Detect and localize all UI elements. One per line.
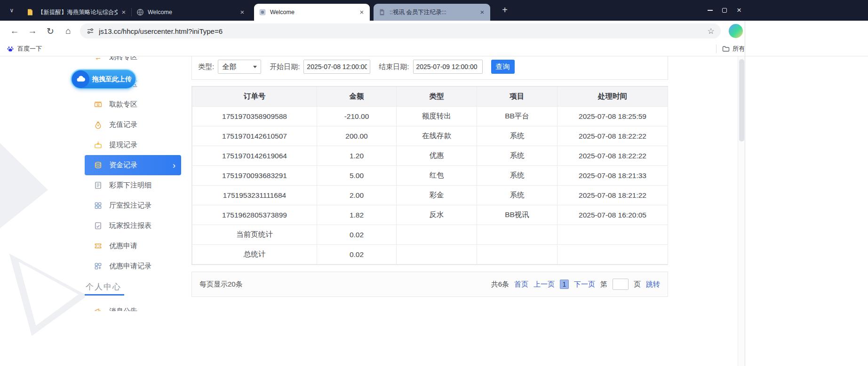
watermark-triangle [0,129,48,240]
sidebar-item-8[interactable]: 玩家投注报表 [85,216,181,236]
total-count-label: 共6条 [491,280,509,289]
query-button[interactable]: 查询 [491,60,515,74]
jump-page-input[interactable] [613,279,629,290]
moneybag-icon [94,121,102,129]
url-text: js13.cc/hhcp/usercenter.html?iniType=6 [99,27,704,35]
window-controls: × [701,0,748,21]
page-scrollbar[interactable] [738,56,745,366]
current-page-badge[interactable]: 1 [560,280,569,289]
end-date-label: 结束日期: [379,62,409,71]
browser-tab-1[interactable]: 【新提醒】海燕策略论坛综合交× [22,4,132,21]
withdraw-icon [94,141,102,149]
browser-toolbar: ← → ↻ ⌂ js13.cc/hhcp/usercenter.html?ini… [0,21,868,41]
ticket-icon [94,242,102,250]
forward-button[interactable]: → [24,23,41,39]
url-bar[interactable]: js13.cc/hhcp/usercenter.html?iniType=6 ☆ [80,23,721,39]
sidebar-item-label: 划转专区 [109,56,137,62]
window-edge [745,21,745,366]
table-cell: 200.00 [317,126,397,146]
web-page: 划转专区 存款专区取款专区充值记录提现记录资金记录›彩票下注明细厅室投注记录玩家… [0,56,868,366]
sidebar-item-label: 消息公告 [109,307,137,311]
maximize-button[interactable] [718,4,731,16]
table-cell: 当前页统计 [192,225,317,245]
sidebar-item-7[interactable]: 厅室投注记录 [85,195,181,216]
filter-panel: 类型: 全部 开始日期: 结束日期: 查询 [191,56,668,80]
sidebar-item-5[interactable]: 资金记录› [85,155,181,175]
yellow-doc-icon [26,8,34,16]
sidebar-menu: 划转专区 存款专区取款专区充值记录提现记录资金记录›彩票下注明细厅室投注记录玩家… [85,56,181,311]
start-date-input[interactable] [303,60,370,74]
sidebar-item-clipped-top[interactable]: 划转专区 [85,56,181,67]
home-icon: ⌂ [65,26,71,36]
table-cell: BB视讯 [477,205,557,225]
new-tab-button[interactable]: + [499,4,511,16]
prev-page-link[interactable]: 上一页 [534,280,555,289]
close-window-button[interactable]: × [733,4,745,16]
cloud-upload-icon [76,74,86,85]
fund-records-table: 订单号金额类型项目处理时间 1751970358909588-210.00额度转… [191,86,668,265]
tab-close-icon[interactable]: × [238,8,247,16]
bookmark-baidu[interactable]: 百度一下 [7,41,42,56]
reload-button[interactable]: ↻ [41,23,59,39]
back-button[interactable]: ← [6,23,24,39]
table-cell: 1751970093683291 [192,166,317,186]
table-cell: 红包 [397,166,477,186]
tab-title: 【新提醒】海燕策略论坛综合交 [38,8,118,16]
sidebar-item-label: 提现记录 [109,140,137,149]
tab-close-icon[interactable]: × [358,8,366,16]
reload-icon: ↻ [47,26,54,37]
megaphone-icon [94,307,102,311]
tab-close-icon[interactable]: × [478,8,486,16]
bookmarks-divider [716,45,717,53]
site-settings-icon[interactable] [87,27,94,35]
table-cell: 系统 [477,146,557,166]
bookmarks-bar: 百度一下 所有书签 [0,41,868,56]
browser-tab-3[interactable]: Welcome× [254,4,370,21]
sidebar-item-9[interactable]: 优惠申请 [85,236,181,256]
table-cell: 2025-07-08 16:20:05 [557,205,668,225]
table-cell: 1751953231111684 [192,186,317,205]
netdisk-drag-upload-badge[interactable]: 拖拽至此上传 [71,69,136,89]
home-button[interactable]: ⌂ [59,23,77,39]
section-underline [85,294,124,296]
end-date-input[interactable] [413,60,483,74]
sidebar-item-6[interactable]: 彩票下注明细 [85,175,181,195]
sidebar-item-4[interactable]: 提现记录 [85,135,181,155]
table-cell: 反水 [397,205,477,225]
profile-avatar[interactable] [729,24,743,38]
sidebar-item-2[interactable]: 取款专区 [85,94,181,115]
page-size-label: 每页显示20条 [199,280,243,289]
table-header-cell: 项目 [477,87,557,107]
next-page-link[interactable]: 下一页 [574,280,595,289]
table-cell: 1751970142610507 [192,126,317,146]
netdisk-logo [72,70,89,88]
browser-tab-2[interactable]: Welcome× [132,4,250,21]
table-header-cell: 类型 [397,87,477,107]
sidebar-item-3[interactable]: 充值记录 [85,115,181,135]
browser-tab-4[interactable]: ::视讯 会员下注纪录:::× [374,4,490,21]
scrollbar-thumb[interactable] [739,59,744,141]
minimize-button[interactable] [704,4,716,16]
upload-badge-label: 拖拽至此上传 [92,75,132,84]
star-icon: ☆ [707,27,714,36]
all-bookmarks-folder-icon[interactable] [722,45,730,53]
tab-close-icon[interactable]: × [119,8,128,16]
all-bookmarks-label: 所有书签 [733,45,744,53]
jump-link[interactable]: 跳转 [646,280,660,289]
table-cell: 1751970142619064 [192,146,317,166]
document-icon [94,181,102,189]
tab-search-button[interactable]: ∨ [6,4,18,16]
type-select[interactable]: 全部 [218,60,261,74]
bookmark-star-button[interactable]: ☆ [704,26,718,36]
sidebar-item-clipped-bottom[interactable]: 消息公告 [85,301,181,311]
sidebar-item-label: 取款专区 [109,100,137,109]
sidebar-item-10[interactable]: 优惠申请记录 [85,256,181,276]
table-header-cell: 订单号 [192,87,317,107]
table-cell: 1.82 [317,205,397,225]
table-cell [557,245,668,265]
grid-icon [94,202,102,210]
first-page-link[interactable]: 首页 [514,280,528,289]
table-row: 当前页统计0.02 [192,225,668,245]
pagination-bar: 每页显示20条 共6条 首页 上一页 1 下一页 第 页 跳转 [191,272,668,297]
tab-title: Welcome [148,9,236,16]
